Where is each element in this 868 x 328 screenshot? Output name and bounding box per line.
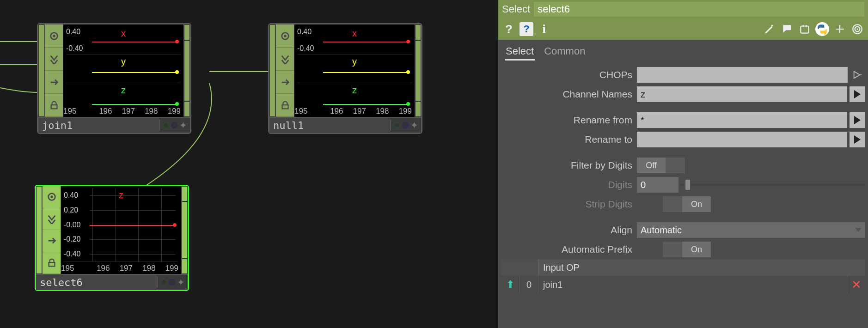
output-connector[interactable]: [182, 187, 187, 201]
channel-z-label: z: [352, 85, 357, 96]
strip-digits-label: Strip Digits: [501, 199, 635, 210]
parameter-pane: Select ? ? i Select Common CHOPs Channel…: [498, 0, 868, 328]
export-flag-icon[interactable]: [169, 279, 175, 285]
comment-icon[interactable]: [780, 22, 794, 36]
channel-z-label: z: [119, 190, 123, 200]
chop-viewer[interactable]: 0.40 -0.40 x y z 195: [294, 24, 415, 117]
node-name-field[interactable]: select6: [36, 275, 157, 290]
output-connector[interactable]: [416, 102, 421, 116]
output-connector[interactable]: [416, 25, 421, 40]
input-op-header: Input OP: [501, 259, 865, 276]
auto-prefix-toggle[interactable]: On: [637, 242, 711, 257]
node-null1[interactable]: 0.40 -0.40 x y z 195: [268, 23, 422, 134]
svg-point-1: [53, 35, 55, 37]
channel-x-label: x: [352, 28, 357, 39]
channel-y-label: y: [121, 56, 126, 67]
operator-name-input[interactable]: [534, 2, 864, 17]
display-icon[interactable]: [43, 230, 61, 252]
lock-icon[interactable]: [43, 252, 61, 274]
clone-icon[interactable]: ✦: [410, 120, 418, 131]
digits-slider[interactable]: [680, 177, 865, 193]
chops-label: CHOPs: [501, 69, 635, 80]
input-connector[interactable]: [37, 187, 42, 273]
node-name-field[interactable]: join1: [38, 118, 159, 133]
align-label: Align: [501, 225, 635, 236]
clone-icon[interactable]: ✦: [177, 277, 185, 288]
channel-y-label: y: [352, 56, 357, 67]
node-join1[interactable]: 0.40 -0.40 x y z 195: [37, 23, 191, 134]
rename-to-menu-icon[interactable]: [850, 132, 865, 147]
help-icon[interactable]: ?: [502, 22, 516, 36]
add-icon[interactable]: [833, 22, 847, 36]
channel-z-label: z: [121, 85, 126, 96]
output-connector[interactable]: [182, 202, 187, 259]
operator-type-label: Select: [502, 3, 530, 15]
filter-digits-label: Filter by Digits: [501, 160, 635, 171]
node-name-field[interactable]: null1: [269, 118, 390, 133]
viewer-active-icon[interactable]: [276, 24, 294, 48]
x-axis-ticks: 195 196 197 198 199: [61, 264, 181, 273]
export-flag-icon[interactable]: [402, 122, 409, 128]
svg-point-3: [284, 35, 287, 37]
bypass-icon[interactable]: [43, 208, 61, 231]
clone-icon[interactable]: ✦: [179, 120, 187, 131]
network-editor[interactable]: 0.40 -0.40 x y z 195: [0, 0, 498, 328]
strip-digits-toggle[interactable]: On: [637, 196, 711, 212]
target-icon[interactable]: [850, 22, 864, 36]
python-icon[interactable]: [815, 22, 829, 36]
viewer-active-icon[interactable]: [45, 24, 63, 48]
display-icon[interactable]: [276, 71, 294, 94]
lock-icon[interactable]: [45, 94, 63, 117]
export-flag-icon[interactable]: [171, 122, 177, 128]
x-axis-ticks: 195 196 197 198 199: [63, 107, 183, 116]
node-flags: [276, 24, 294, 117]
reorder-up-icon[interactable]: ⬆: [501, 276, 520, 293]
svg-point-5: [50, 196, 53, 199]
cook-flag-icon[interactable]: [163, 122, 169, 128]
bypass-icon[interactable]: [45, 48, 63, 71]
digits-input[interactable]: 0: [637, 177, 679, 193]
wiki-help-icon[interactable]: ?: [520, 22, 533, 36]
chops-picker-icon[interactable]: [850, 67, 865, 83]
channel-names-input[interactable]: z: [637, 86, 847, 102]
node-select6[interactable]: 0.40 0.20 -0.00 -0.20 -0.40 z: [35, 185, 189, 291]
rename-from-input[interactable]: *: [637, 112, 847, 128]
output-connector[interactable]: [184, 102, 189, 116]
rename-to-input[interactable]: [637, 132, 847, 147]
chop-viewer[interactable]: 0.40 -0.40 x y z 195: [63, 24, 183, 117]
input-connector[interactable]: [39, 25, 44, 116]
lock-icon[interactable]: [276, 94, 294, 117]
customize-icon[interactable]: [798, 22, 812, 36]
channel-names-menu-icon[interactable]: [850, 86, 865, 102]
info-icon[interactable]: i: [537, 22, 551, 36]
param-toolbar: ? ? i: [498, 18, 868, 40]
cook-flag-icon[interactable]: [160, 279, 167, 285]
output-connector[interactable]: [184, 41, 189, 100]
svg-rect-6: [801, 26, 808, 33]
output-connector[interactable]: [184, 25, 189, 40]
display-icon[interactable]: [45, 71, 63, 94]
input-op-index: 0: [520, 276, 538, 293]
chops-input[interactable]: [637, 67, 848, 83]
chop-viewer[interactable]: 0.40 0.20 -0.00 -0.20 -0.40 z: [61, 186, 181, 274]
input-connector[interactable]: [270, 25, 275, 116]
align-select[interactable]: Automatic: [637, 222, 865, 238]
filter-digits-toggle[interactable]: Off: [637, 158, 685, 173]
bypass-icon[interactable]: [276, 48, 294, 71]
param-header: Select: [498, 0, 868, 18]
rename-to-label: Rename to: [501, 134, 635, 145]
input-op-row: ⬆ 0 join1 ✕: [501, 276, 865, 293]
output-connector[interactable]: [416, 41, 421, 100]
param-tabs: Select Common: [498, 40, 868, 61]
tab-common[interactable]: Common: [543, 43, 586, 61]
rename-from-menu-icon[interactable]: [850, 112, 865, 128]
output-connector[interactable]: [182, 259, 187, 273]
channel-x-label: x: [121, 28, 126, 39]
cook-flag-icon[interactable]: [394, 122, 400, 128]
input-op-name-input[interactable]: join1: [538, 276, 847, 293]
tab-select[interactable]: Select: [505, 43, 535, 61]
edit-icon[interactable]: [763, 22, 776, 36]
node-flags: [45, 24, 63, 117]
viewer-active-icon[interactable]: [43, 186, 61, 208]
remove-input-icon[interactable]: ✕: [847, 276, 865, 293]
